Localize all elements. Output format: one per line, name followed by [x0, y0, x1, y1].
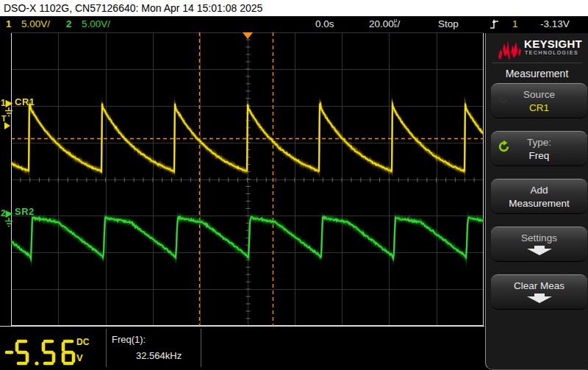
keysight-logo: KEYSIGHT TECHNOLOGIES: [486, 38, 588, 64]
clear-meas-button[interactable]: Clear Meas: [491, 274, 587, 310]
clear-meas-button-label: Clear Meas: [491, 280, 587, 292]
down-arrow-icon: [527, 246, 552, 255]
dvm-coupling-label: DC: [76, 337, 89, 347]
waveform-display: [11, 32, 484, 326]
brand-name: KEYSIGHT: [524, 38, 582, 50]
source-button[interactable]: Source CR1: [491, 83, 587, 118]
oscilloscope-screen: DSO-X 1102G, CN57126640: Mon Apr 14 15:0…: [0, 0, 588, 370]
down-arrow-icon: [527, 293, 552, 303]
ch1-ground-marker: 1▶: [1, 99, 12, 107]
keysight-spark-icon: [498, 39, 522, 61]
ch2-trace-label: SR2: [15, 206, 35, 217]
timebase-readout: 20.00µs/: [369, 16, 400, 32]
cycle-icon-dim: [498, 93, 509, 104]
measurement-value: 32.564kHz: [136, 350, 182, 361]
trigger-edge-icon: [490, 19, 500, 29]
bottombar-divider: [201, 329, 201, 367]
trigger-source: 1: [512, 16, 518, 32]
dvm-unit-label: V: [76, 352, 83, 363]
sidebar-divider: [492, 63, 582, 63]
ch1-trace-label: CR1: [15, 96, 35, 107]
settings-button-label: Settings: [491, 232, 587, 244]
title-bar: DSO-X 1102G, CN57126640: Mon Apr 14 15:0…: [0, 0, 588, 16]
add-measurement-button[interactable]: Add Measurement: [491, 179, 587, 214]
acquisition-state: Stop: [438, 16, 459, 32]
ch1-number: 1: [6, 16, 12, 32]
bottom-bar: DC V Freq(1): 32.564kHz: [0, 326, 484, 370]
ch2-number: 2: [66, 16, 72, 32]
settings-button[interactable]: Settings: [491, 227, 587, 262]
ch2-ground-marker: 2▶: [1, 209, 12, 218]
trigger-level-arrow-icon: [4, 122, 10, 129]
softkey-menu-panel: KEYSIGHT TECHNOLOGIES Measurement Source…: [485, 33, 588, 370]
brand-subname: TECHNOLOGIES: [525, 50, 578, 55]
menu-title: Measurement: [486, 68, 588, 79]
cycle-icon: [498, 140, 510, 153]
ch1-scale: 5.00V/: [21, 16, 50, 32]
type-button[interactable]: Type: Freq: [491, 131, 587, 166]
trigger-level: -3.13V: [540, 16, 570, 32]
bottombar-divider: [106, 329, 107, 367]
add-measurement-label-line2: Measurement: [491, 196, 587, 210]
ch2-ground-icon: [4, 218, 13, 227]
status-bar: 1 5.00V/ 2 5.00V/ 0.0s 20.00µs/ Stop 1 -…: [0, 16, 588, 33]
add-measurement-label-line1: Add: [491, 184, 587, 196]
delay-readout: 0.0s: [315, 16, 334, 32]
measurement-label: Freq(1):: [112, 334, 146, 345]
dvm-sevensegment-readout: [3, 338, 76, 368]
instrument-title: DSO-X 1102G, CN57126640: Mon Apr 14 15:0…: [4, 2, 262, 14]
ch2-scale: 5.00V/: [82, 16, 110, 32]
